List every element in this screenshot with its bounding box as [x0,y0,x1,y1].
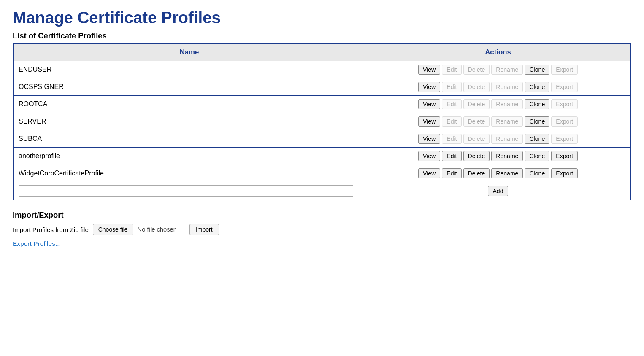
profile-actions: ViewEditDeleteRenameCloneExport [365,130,631,148]
delete-button: Delete [463,134,490,144]
clone-button[interactable]: Clone [525,65,549,75]
delete-button[interactable]: Delete [463,168,490,178]
page-title: Manage Certificate Profiles [13,8,631,27]
rename-button[interactable]: Rename [491,168,523,178]
section-subtitle: List of Certificate Profiles [13,31,631,40]
export-button: Export [551,134,578,144]
edit-button: Edit [442,116,461,127]
no-file-text: No file chosen [138,226,177,233]
table-row: anotherprofileViewEditDeleteRenameCloneE… [13,148,631,165]
edit-button: Edit [442,65,461,75]
rename-button: Rename [491,134,523,144]
table-row: ROOTCAViewEditDeleteRenameCloneExport [13,96,631,113]
add-profile-button[interactable]: Add [488,186,508,196]
export-button[interactable]: Export [551,151,578,161]
profile-name: ROOTCA [13,96,365,113]
profile-name: OCSPSIGNER [13,78,365,96]
view-button[interactable]: View [418,82,440,92]
edit-button[interactable]: Edit [442,168,461,178]
rename-button: Rename [491,116,523,127]
profile-name: SERVER [13,113,365,130]
profile-actions: ViewEditDeleteRenameCloneExport [365,78,631,96]
export-button: Export [551,116,578,127]
profile-name: SUBCA [13,130,365,148]
table-row: SUBCAViewEditDeleteRenameCloneExport [13,130,631,148]
choose-file-button[interactable]: Choose file [93,224,133,235]
delete-button[interactable]: Delete [463,151,490,161]
clone-button[interactable]: Clone [525,151,549,161]
add-profile-row: Add [13,182,631,200]
delete-button: Delete [463,82,490,92]
rename-button: Rename [491,65,523,75]
profile-actions: ViewEditDeleteRenameCloneExport [365,96,631,113]
view-button[interactable]: View [418,134,440,144]
clone-button[interactable]: Clone [525,116,549,127]
profile-actions: ViewEditDeleteRenameCloneExport [365,165,631,182]
export-button[interactable]: Export [551,168,578,178]
import-button[interactable]: Import [189,224,219,235]
import-label: Import Profiles from Zip file [13,226,89,233]
export-profiles-link[interactable]: Export Profiles... [13,240,61,247]
export-button: Export [551,82,578,92]
import-export-title: Import/Export [13,210,631,220]
import-export-section: Import/Export Import Profiles from Zip f… [13,210,631,248]
edit-button: Edit [442,134,461,144]
certificate-profiles-table: Name Actions ENDUSERViewEditDeleteRename… [13,43,631,200]
view-button[interactable]: View [418,151,440,161]
col-header-actions: Actions [365,43,631,61]
new-profile-name-input[interactable] [19,185,353,197]
clone-button[interactable]: Clone [525,99,549,109]
edit-button: Edit [442,82,461,92]
profile-name: anotherprofile [13,148,365,165]
table-row: OCSPSIGNERViewEditDeleteRenameCloneExpor… [13,78,631,96]
export-button: Export [551,99,578,109]
view-button[interactable]: View [418,116,440,127]
clone-button[interactable]: Clone [525,134,549,144]
profile-name: WidgetCorpCertificateProfile [13,165,365,182]
clone-button[interactable]: Clone [525,168,549,178]
import-row: Import Profiles from Zip file Choose fil… [13,224,631,235]
table-row: WidgetCorpCertificateProfileViewEditDele… [13,165,631,182]
export-button: Export [551,65,578,75]
profile-actions: ViewEditDeleteRenameCloneExport [365,61,631,78]
add-button-cell: Add [365,182,631,200]
rename-button[interactable]: Rename [491,151,523,161]
table-row: ENDUSERViewEditDeleteRenameCloneExport [13,61,631,78]
delete-button: Delete [463,99,490,109]
table-row: SERVERViewEditDeleteRenameCloneExport [13,113,631,130]
edit-button[interactable]: Edit [442,151,461,161]
rename-button: Rename [491,99,523,109]
view-button[interactable]: View [418,168,440,178]
col-header-name: Name [13,43,365,61]
new-profile-name-cell [13,182,365,200]
rename-button: Rename [491,82,523,92]
profile-actions: ViewEditDeleteRenameCloneExport [365,148,631,165]
delete-button: Delete [463,116,490,127]
clone-button[interactable]: Clone [525,82,549,92]
view-button[interactable]: View [418,65,440,75]
profile-name: ENDUSER [13,61,365,78]
profile-actions: ViewEditDeleteRenameCloneExport [365,113,631,130]
edit-button: Edit [442,99,461,109]
delete-button: Delete [463,65,490,75]
view-button[interactable]: View [418,99,440,109]
